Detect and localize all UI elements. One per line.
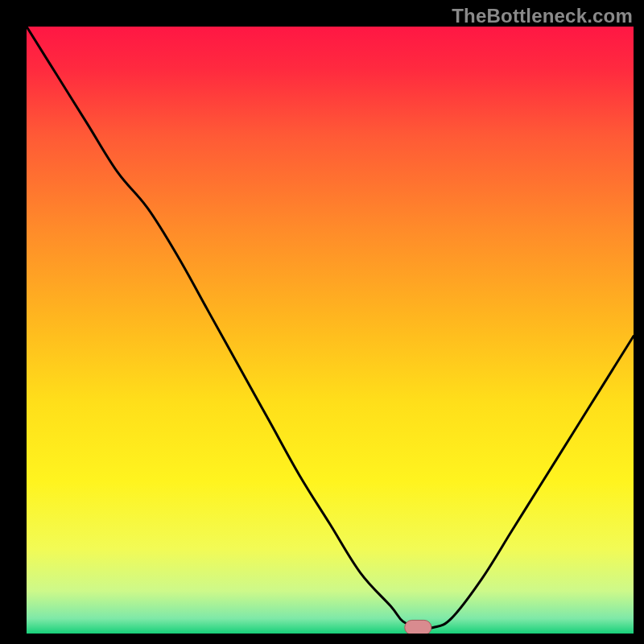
plot-area — [27, 27, 634, 634]
watermark-text: TheBottleneck.com — [452, 5, 633, 27]
plot-svg — [27, 27, 634, 634]
chart-frame: TheBottleneck.com — [0, 0, 644, 644]
optimal-marker — [405, 620, 431, 634]
gradient-background — [27, 27, 634, 634]
